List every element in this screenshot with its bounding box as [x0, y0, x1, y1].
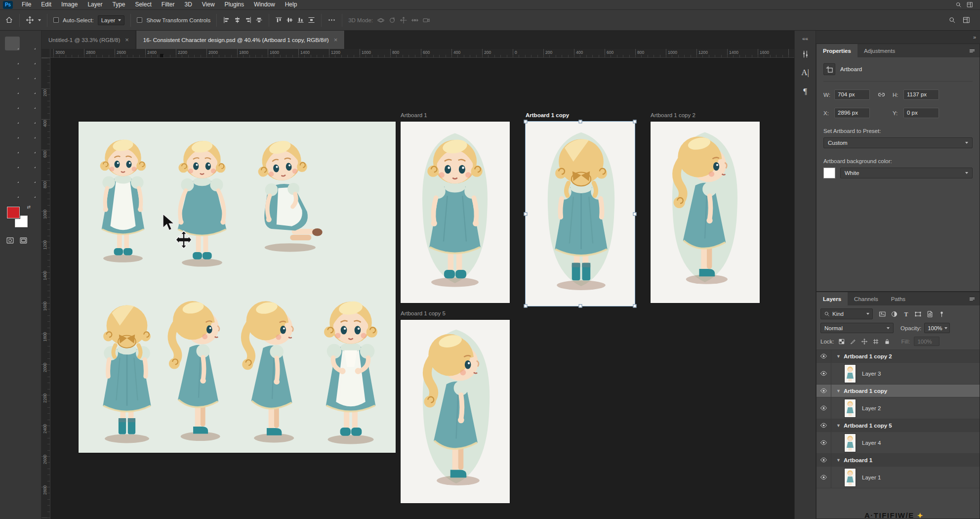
workspace-icon[interactable] [963, 16, 970, 24]
align-right-icon[interactable] [245, 16, 252, 24]
layers-row-artboard-artboard-1-copy[interactable]: ▼Artboard 1 copy [817, 385, 980, 397]
layer-thumbnail[interactable] [844, 399, 856, 418]
filter-adjustment-icon[interactable] [891, 310, 898, 318]
y-field[interactable]: 0 px [903, 108, 939, 118]
transform-handle[interactable] [578, 304, 582, 308]
swap-colors-icon[interactable]: ⇄ [27, 205, 31, 210]
artboard-label[interactable]: Artboard 1 copy [526, 112, 569, 118]
layer-thumbnail[interactable] [844, 468, 856, 487]
visibility-eye-icon[interactable] [817, 419, 831, 432]
layer-thumbnail[interactable] [844, 433, 856, 452]
auto-select-target-dropdown[interactable]: Layer [98, 15, 125, 25]
layers-tab-paths[interactable]: Paths [885, 292, 912, 305]
distribute-v-icon[interactable] [308, 16, 315, 24]
opacity-field[interactable]: 100% [924, 323, 950, 333]
horizontal-ruler[interactable]: 3000280026002400220020001800160014001200… [50, 49, 794, 58]
collapse-panels-icon[interactable]: «« [797, 34, 814, 43]
dodge-tool[interactable] [5, 140, 20, 154]
link-dimensions-icon[interactable] [873, 90, 890, 99]
menu-edit[interactable]: Edit [36, 0, 56, 9]
visibility-eye-icon[interactable] [817, 363, 831, 384]
blend-mode-dropdown[interactable]: Normal [820, 323, 894, 333]
transform-handle[interactable] [524, 304, 528, 308]
properties-tab-properties[interactable]: Properties [817, 44, 858, 57]
document-tab-2[interactable]: 16- Consistent Character design.psd @ 40… [136, 31, 345, 49]
transform-handle[interactable] [633, 212, 637, 216]
close-tab-icon[interactable]: × [125, 36, 129, 43]
menu-filter[interactable]: Filter [157, 0, 180, 9]
move-tool[interactable] [5, 37, 20, 50]
visibility-eye-icon[interactable] [817, 385, 831, 397]
vertical-ruler[interactable]: 2004006008001000120014001600180020002200… [41, 58, 50, 519]
3d-camera-icon[interactable] [422, 16, 430, 24]
foreground-color-swatch[interactable] [7, 207, 20, 218]
layer-filter-kind-dropdown[interactable]: Kind [820, 308, 873, 319]
visibility-eye-icon[interactable] [817, 350, 831, 362]
eraser-tool[interactable] [22, 111, 37, 125]
character-panel-icon[interactable]: A| [797, 64, 814, 81]
expand-chevron-icon[interactable]: ▼ [836, 458, 841, 463]
artboard-artboard-1-copy[interactable]: Artboard 1 copy [526, 122, 635, 306]
hand-tool[interactable] [22, 170, 37, 184]
layers-row-artboard-artboard-1-copy-2[interactable]: ▼Artboard 1 copy 2 [817, 350, 980, 363]
paragraph-panel-icon[interactable]: ¶ [797, 83, 814, 100]
menu-plugins[interactable]: Plugins [220, 0, 249, 9]
brush-settings-panel-icon[interactable] [797, 45, 814, 62]
type-tool[interactable] [5, 155, 20, 169]
lock-all-icon[interactable] [884, 338, 891, 345]
ruler-corner[interactable] [41, 49, 50, 58]
filter-attribute-icon[interactable] [938, 310, 945, 318]
quick-mask-icon[interactable] [6, 236, 14, 245]
expand-chevron-icon[interactable]: ▼ [836, 354, 841, 359]
artboard-bg-dropdown[interactable]: White [840, 168, 973, 178]
filter-type-icon[interactable]: T [902, 310, 910, 318]
layers-tab-layers[interactable]: Layers [817, 292, 848, 305]
edit-toolbar-button[interactable] [22, 185, 37, 199]
crop-tool[interactable] [5, 66, 20, 80]
eyedropper-tool[interactable] [5, 81, 20, 95]
healing-brush-tool[interactable] [22, 81, 37, 95]
auto-select-checkbox[interactable] [53, 17, 59, 23]
layers-row-layer-layer-2[interactable]: Layer 2 [817, 397, 980, 419]
zoom-tool[interactable] [5, 185, 20, 199]
visibility-eye-icon[interactable] [817, 467, 831, 488]
chevron-down-icon[interactable] [38, 19, 41, 21]
menu-view[interactable]: View [197, 0, 220, 9]
menu-window[interactable]: Window [249, 0, 280, 9]
brush-tool[interactable] [5, 96, 20, 110]
lock-move-icon[interactable] [861, 338, 868, 345]
frame-tool[interactable] [22, 66, 37, 80]
artboard-main[interactable] [79, 122, 396, 453]
menu-image[interactable]: Image [56, 0, 82, 9]
lock-artboard-icon[interactable] [872, 338, 879, 345]
artboard-artboard-1[interactable]: Artboard 1 [401, 122, 510, 303]
show-transform-checkbox[interactable] [137, 17, 142, 23]
artboard-label[interactable]: Artboard 1 copy 2 [651, 112, 695, 118]
filter-pixel-icon[interactable] [879, 310, 886, 318]
3d-slide-icon[interactable] [411, 16, 419, 24]
visibility-eye-icon[interactable] [817, 432, 831, 453]
3d-orbit-icon[interactable] [377, 16, 385, 24]
menu-type[interactable]: Type [107, 0, 130, 9]
3d-roll-icon[interactable] [388, 16, 396, 24]
document-tab-1[interactable]: Untitled-1 @ 33.3% (RGB/8)× [41, 31, 136, 49]
layers-row-artboard-artboard-1-copy-5[interactable]: ▼Artboard 1 copy 5 [817, 419, 980, 432]
align-center-h-icon[interactable] [234, 16, 241, 24]
menu-layer[interactable]: Layer [82, 0, 107, 9]
move-tool-preset-icon[interactable] [26, 16, 34, 24]
quick-selection-tool[interactable] [22, 51, 37, 65]
artboard-artboard-1-copy-5[interactable]: Artboard 1 copy 5 [401, 320, 510, 503]
panel-menu-icon[interactable] [969, 296, 976, 303]
layers-row-layer-layer-3[interactable]: Layer 3 [817, 363, 980, 385]
artboard-label[interactable]: Artboard 1 [401, 112, 427, 118]
expand-chevron-icon[interactable]: ▼ [836, 389, 841, 393]
preset-dropdown[interactable]: Custom [823, 137, 973, 148]
align-left-icon[interactable] [223, 16, 230, 24]
transform-handle[interactable] [633, 304, 637, 308]
gradient-tool[interactable] [5, 126, 20, 139]
search-icon[interactable] [955, 1, 962, 8]
x-field[interactable]: 2896 px [834, 108, 870, 118]
visibility-eye-icon[interactable] [817, 454, 831, 466]
height-field[interactable]: 1137 px [903, 89, 939, 100]
properties-tab-adjustments[interactable]: Adjustments [858, 44, 901, 57]
